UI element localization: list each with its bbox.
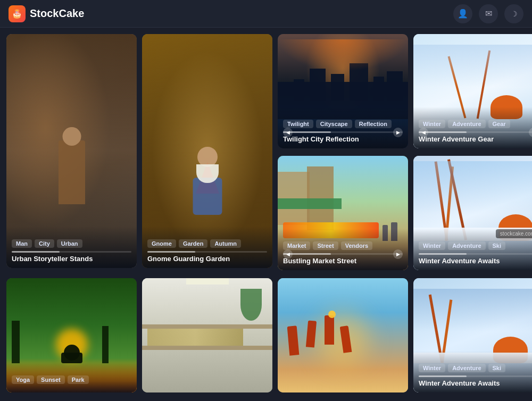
tag-scroll bbox=[419, 375, 532, 377]
header-icons: 👤 ✉ ☽ bbox=[453, 4, 523, 23]
tag-ski: Ski bbox=[488, 364, 506, 372]
watermark: stockcake.com bbox=[496, 229, 532, 238]
scroll-left-arrow[interactable]: ◀ bbox=[283, 249, 293, 259]
card-title: Urban Storyteller Stands bbox=[12, 255, 131, 263]
card-info: Winter Adventure Ski Winter Adventure Aw… bbox=[413, 351, 532, 392]
card-market-street[interactable]: Market Street Vendors ◀ ▶ Bustling Marke… bbox=[278, 156, 408, 270]
logo-area: 🎂 StockCake bbox=[9, 5, 84, 22]
tag-city: City bbox=[35, 239, 54, 248]
card-title: Winter Adventure Awaits bbox=[419, 379, 532, 387]
mail-icon: ✉ bbox=[485, 9, 492, 19]
card-title: Gnome Guarding Garden bbox=[147, 255, 267, 263]
tag-scroll bbox=[147, 251, 267, 253]
tag-gnome: Gnome bbox=[147, 239, 176, 248]
card-image bbox=[142, 278, 272, 392]
scroll-right-arrow[interactable]: ▶ bbox=[393, 249, 403, 259]
card-title: Winter Adventure Awaits bbox=[419, 257, 532, 265]
tag-adventure: Adventure bbox=[448, 120, 485, 128]
tag-autumn: Autumn bbox=[210, 239, 241, 248]
scroll-thumb bbox=[12, 251, 60, 253]
card-urban-storyteller[interactable]: Man City Urban Urban Storyteller Stands bbox=[6, 34, 137, 268]
card-tags: Winter Adventure Ski bbox=[419, 241, 532, 250]
theme-button[interactable]: ☽ bbox=[504, 4, 523, 23]
scroll-left-arrow[interactable]: ◀ bbox=[419, 128, 428, 137]
moon-icon: ☽ bbox=[511, 10, 518, 18]
card-info: Gnome Garden Autumn Gnome Guarding Garde… bbox=[142, 227, 272, 268]
card-tags: Winter Adventure Ski bbox=[419, 364, 532, 372]
card-gnome-garden[interactable]: Gnome Garden Autumn Gnome Guarding Garde… bbox=[142, 34, 272, 268]
card-info: Twilight Cityscape Reflection ◀ ▶ Twilig… bbox=[278, 107, 408, 148]
card-tags: Twilight Cityscape Reflection bbox=[283, 120, 403, 128]
card-tags: Winter Adventure Gear bbox=[419, 120, 532, 128]
card-ski-gear[interactable]: Winter Adventure Ski Winter Adventure Aw… bbox=[413, 156, 532, 270]
tag-gear: Gear bbox=[488, 120, 510, 128]
card-tags: Yoga Sunset Park bbox=[12, 375, 131, 384]
scroll-thumb bbox=[419, 253, 467, 255]
scroll-thumb bbox=[419, 375, 467, 377]
card-winter-ski-bottom[interactable]: Winter Adventure Ski Winter Adventure Aw… bbox=[413, 278, 532, 392]
tag-cityscape: Cityscape bbox=[316, 120, 352, 128]
app-header: 🎂 StockCake 👤 ✉ ☽ bbox=[0, 0, 532, 28]
tag-ski: Ski bbox=[488, 241, 506, 250]
card-yoga-sunset[interactable]: Yoga Sunset Park bbox=[6, 278, 137, 392]
tag-urban: Urban bbox=[57, 239, 82, 248]
scroll-right-arrow[interactable]: ▶ bbox=[393, 128, 403, 137]
tag-street: Street bbox=[313, 241, 338, 250]
card-title: Bustling Market Street bbox=[283, 257, 403, 265]
card-title: Winter Adventure Gear bbox=[419, 135, 532, 143]
card-twilight-cityscape[interactable]: Twilight Cityscape Reflection ◀ ▶ Twilig… bbox=[278, 34, 408, 148]
tag-sunset: Sunset bbox=[37, 375, 65, 384]
photo-grid: Man City Urban Urban Storyteller Stands … bbox=[0, 28, 532, 401]
card-info: Winter Adventure Gear ◀ ▶ Winter Adventu… bbox=[413, 107, 532, 148]
tag-adventure: Adventure bbox=[448, 364, 485, 372]
tag-scroll bbox=[12, 251, 131, 253]
card-title: Twilight City Reflection bbox=[283, 135, 403, 143]
tag-park: Park bbox=[68, 375, 89, 384]
scroll-left-arrow[interactable]: ◀ bbox=[283, 128, 293, 137]
card-info: Market Street Vendors ◀ ▶ Bustling Marke… bbox=[278, 229, 408, 270]
card-winter-gear[interactable]: Winter Adventure Gear ◀ ▶ Winter Adventu… bbox=[413, 34, 532, 148]
tag-scroll bbox=[419, 253, 532, 255]
card-info: Winter Adventure Ski Winter Adventure Aw… bbox=[413, 229, 532, 270]
card-info: Yoga Sunset Park bbox=[6, 363, 137, 392]
tag-adventure: Adventure bbox=[448, 241, 485, 250]
logo-text: StockCake bbox=[30, 7, 84, 20]
card-store-interior[interactable] bbox=[142, 278, 272, 392]
tag-man: Man bbox=[12, 239, 32, 248]
mail-button[interactable]: ✉ bbox=[479, 4, 498, 23]
card-info: Man City Urban Urban Storyteller Stands bbox=[6, 227, 137, 268]
scroll-thumb bbox=[147, 251, 195, 253]
tag-scroll: ◀ ▶ bbox=[283, 253, 403, 255]
card-image bbox=[278, 278, 408, 392]
person-icon: 👤 bbox=[458, 9, 468, 19]
tag-scroll: ◀ ▶ bbox=[283, 131, 403, 133]
tag-garden: Garden bbox=[179, 239, 208, 248]
card-tags: Man City Urban bbox=[12, 239, 131, 248]
card-tags: Gnome Garden Autumn bbox=[147, 239, 267, 248]
card-tags: Market Street Vendors bbox=[283, 241, 403, 250]
tag-winter: Winter bbox=[419, 241, 445, 250]
tag-reflection: Reflection bbox=[355, 120, 392, 128]
logo-icon: 🎂 bbox=[9, 5, 26, 22]
tag-winter: Winter bbox=[419, 364, 445, 372]
card-jumping-friends[interactable] bbox=[278, 278, 408, 392]
profile-button[interactable]: 👤 bbox=[453, 4, 472, 23]
tag-vendors: Vendors bbox=[341, 241, 372, 250]
tag-yoga: Yoga bbox=[12, 375, 34, 384]
tag-scroll: ◀ ▶ bbox=[419, 131, 532, 133]
